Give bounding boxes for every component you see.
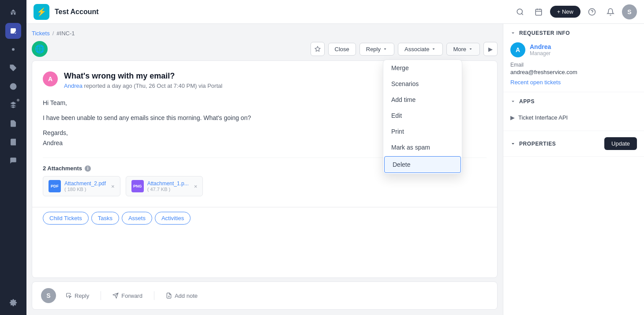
breadcrumb-tickets[interactable]: Tickets	[32, 30, 50, 37]
ticket-header: 🌐 Close Reply Asso	[32, 41, 498, 57]
reporter-avatar: A	[43, 71, 58, 86]
recent-tickets-link[interactable]: Recent open tickets	[510, 79, 637, 86]
requester-avatar: A	[510, 42, 525, 57]
tab-assets[interactable]: Assets	[122, 212, 152, 225]
dropdown-item-merge[interactable]: Merge	[383, 60, 462, 76]
reply-button[interactable]: Reply	[359, 43, 394, 56]
tab-activities[interactable]: Activities	[155, 212, 191, 225]
svg-marker-6	[315, 46, 320, 51]
requester-info-title: REQUESTER INFO	[519, 30, 570, 36]
clock-icon[interactable]	[5, 79, 21, 94]
apps-item-label: Ticket Interface API	[518, 114, 568, 121]
attachment-2-name: Attachment_1.p...	[147, 180, 189, 187]
layers-icon[interactable]	[5, 97, 21, 113]
dropdown-item-delete[interactable]: Delete	[384, 156, 461, 173]
ticket-main: Tickets / #INC-1 🌐 Close	[26, 24, 503, 315]
svg-point-0	[12, 48, 15, 51]
requester-role: Manager	[530, 50, 551, 56]
ticket-tabs: Child Tickets Tasks Assets Activities	[32, 207, 497, 229]
new-button[interactable]: + New	[550, 6, 580, 18]
right-sidebar: REQUESTER INFO A Andrea Manager Email an…	[503, 24, 644, 315]
apps-title: APPS	[519, 98, 535, 105]
reply-divider-2	[154, 291, 154, 300]
help-button[interactable]	[585, 5, 599, 19]
icon-rail	[0, 0, 26, 315]
requester-info-row: A Andrea Manager	[510, 42, 637, 57]
add-note-action[interactable]: Add note	[162, 291, 201, 301]
ticket-icon[interactable]	[5, 23, 21, 39]
reported-time: reported a day ago (Thu, 26 Oct at 7:40 …	[84, 82, 223, 89]
tab-child-tickets[interactable]: Child Tickets	[43, 212, 89, 225]
chat-icon[interactable]	[5, 153, 21, 169]
tag-icon[interactable]	[5, 60, 21, 76]
bug-icon[interactable]	[5, 41, 21, 57]
properties-header: PROPERTIES Update	[503, 131, 644, 156]
attachment-2-details: Attachment_1.p... ( 47.7 KB )	[147, 180, 189, 192]
dropdown-menu-container: Merge Scenarios Add time Edit Print Mark…	[383, 60, 462, 174]
requester-name[interactable]: Andrea	[530, 43, 551, 50]
attachments-info-icon: i	[85, 165, 91, 172]
breadcrumb-separator: /	[52, 30, 54, 37]
ticket-globe-icon: 🌐	[32, 41, 48, 57]
requester-info-header[interactable]: REQUESTER INFO	[503, 24, 644, 42]
report-icon[interactable]	[5, 116, 21, 131]
tab-tasks[interactable]: Tasks	[91, 212, 119, 225]
app-logo: ⚡	[34, 4, 49, 20]
attachment-1-details: Attachment_2.pdf ( 180 KB )	[64, 180, 106, 192]
reply-avatar-circle: S	[41, 288, 56, 303]
close-button[interactable]: Close	[328, 43, 356, 56]
apps-header[interactable]: APPS	[503, 92, 644, 111]
update-button[interactable]: Update	[604, 137, 637, 150]
forward-action[interactable]: Forward	[109, 291, 146, 301]
svg-rect-4	[535, 9, 542, 15]
requester-details: Andrea Manager	[530, 43, 551, 56]
associate-button[interactable]: Associate	[398, 43, 443, 56]
attachment-item-2[interactable]: PNG Attachment_1.p... ( 47.7 KB ) ×	[126, 176, 203, 196]
home-icon[interactable]	[5, 4, 21, 20]
notifications-button[interactable]	[603, 5, 618, 19]
star-button[interactable]	[311, 42, 325, 56]
apps-content: ▶ Ticket Interface API	[503, 111, 644, 131]
properties-chevron-icon	[510, 141, 516, 146]
sidebar-apps-section: APPS ▶ Ticket Interface API	[503, 92, 644, 131]
sidebar-requester-section: REQUESTER INFO A Andrea Manager Email an…	[503, 24, 644, 92]
breadcrumb-current: #INC-1	[56, 30, 75, 37]
settings-icon[interactable]	[5, 295, 21, 311]
arrow-button[interactable]: ▶	[483, 42, 498, 56]
more-dropdown-menu: Merge Scenarios Add time Edit Print Mark…	[383, 60, 462, 174]
calendar-button[interactable]	[532, 5, 546, 19]
more-button[interactable]: More	[446, 43, 480, 56]
dropdown-item-scenarios[interactable]: Scenarios	[383, 76, 462, 92]
book-icon[interactable]	[5, 134, 21, 150]
reporter-name[interactable]: Andrea	[64, 82, 82, 89]
dropdown-item-print[interactable]: Print	[383, 124, 462, 139]
email-label: Email	[510, 62, 637, 68]
breadcrumb: Tickets / #INC-1	[32, 29, 498, 38]
attachment-2-close[interactable]: ×	[194, 183, 198, 190]
attachment-1-size: ( 180 KB )	[64, 187, 106, 192]
attachment-pdf-icon: PDF	[49, 180, 61, 192]
attachment-item-1[interactable]: PDF Attachment_2.pdf ( 180 KB ) ×	[43, 176, 120, 196]
svg-point-3	[517, 9, 522, 14]
attachment-png-icon: PNG	[131, 180, 144, 192]
reply-user-avatar: S	[41, 288, 56, 303]
apps-ticket-interface-item[interactable]: ▶ Ticket Interface API	[510, 111, 637, 124]
reply-bar: S Reply Forward Add note	[32, 281, 498, 310]
dropdown-item-mark-as-spam[interactable]: Mark as spam	[383, 139, 462, 155]
dropdown-item-edit[interactable]: Edit	[383, 108, 462, 124]
dropdown-item-add-time[interactable]: Add time	[383, 92, 462, 108]
requester-email: andrea@freshservice.com	[510, 69, 637, 75]
topbar: ⚡ Test Account + New S	[26, 0, 644, 24]
app-title: Test Account	[55, 8, 99, 16]
attachment-1-name: Attachment_2.pdf	[64, 180, 106, 187]
requester-info-content: A Andrea Manager Email andrea@freshservi…	[503, 42, 644, 92]
reply-action[interactable]: Reply	[62, 291, 93, 301]
attachment-2-size: ( 47.7 KB )	[147, 187, 189, 192]
search-button[interactable]	[513, 5, 527, 19]
sidebar-properties-section: PROPERTIES Update	[503, 131, 644, 157]
ticket-header-wrapper: 🌐 Close Reply Asso	[32, 41, 498, 57]
reply-divider-1	[101, 291, 101, 300]
user-avatar[interactable]: S	[622, 4, 637, 19]
attachment-1-close[interactable]: ×	[111, 183, 115, 190]
attachments-list: PDF Attachment_2.pdf ( 180 KB ) × PNG	[43, 176, 487, 196]
